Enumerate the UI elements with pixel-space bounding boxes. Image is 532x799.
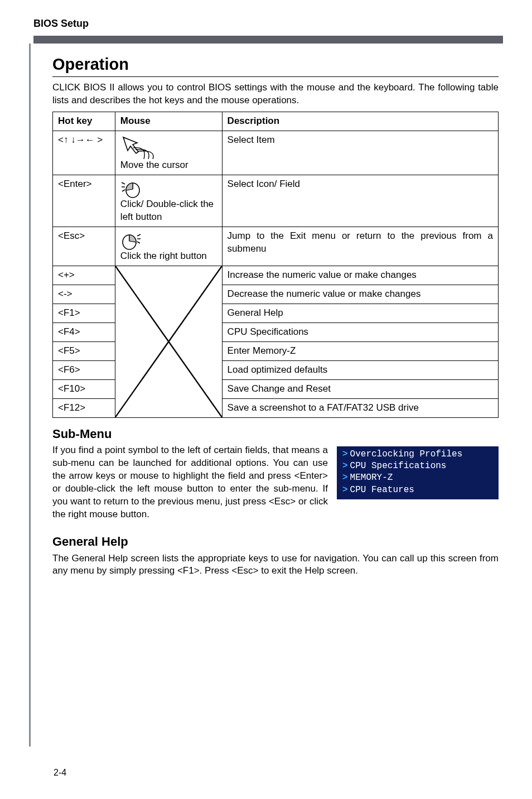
table-row: <↑ ↓→← > Move the cursor Select Item [53,131,499,175]
table-row: <+> Increase the numeric value or make c… [53,266,499,285]
cell-hotkey: <+> [53,266,115,285]
operation-intro: CLICK BIOS II allows you to control BIOS… [52,81,499,107]
submenu-screenshot: >Overclocking Profiles >CPU Specificatio… [337,446,499,499]
cell-hotkey: <F10> [53,379,115,398]
x-cross-icon [115,266,222,417]
th-mouse: Mouse [115,112,222,131]
cell-desc: Select Icon/ Field [222,175,498,227]
cell-hotkey: <Esc> [53,227,115,266]
mouse-right-click-icon [120,230,143,250]
cell-desc: Enter Memory-Z [222,341,498,360]
table-row: <Enter> Click/ Double-click the left but… [53,175,499,227]
cell-desc: CPU Specifications [222,323,498,341]
mouse-label: Move the cursor [120,160,188,170]
cell-desc: Select Item [222,131,498,175]
cell-mouse-empty [115,266,222,418]
cell-hotkey: <F4> [53,323,115,341]
cell-desc: Jump to the Exit menu or return to the p… [222,227,498,266]
submenu-heading: Sub-Menu [52,426,499,442]
cell-hotkey: <-> [53,285,115,304]
cell-hotkey: <F12> [53,398,115,417]
page-number: 2-4 [54,767,66,779]
left-edge-line [29,44,31,747]
submenu-item: >CPU Features [342,484,493,496]
cell-hotkey: <F1> [53,304,115,323]
operation-heading: Operation [52,54,499,77]
arrow-icon: > [342,485,348,495]
submenu-item: >Overclocking Profiles [342,449,493,460]
th-description: Description [222,112,498,131]
general-help-text: The General Help screen lists the approp… [52,552,499,578]
mouse-cursor-icon [120,134,159,159]
cell-mouse: Move the cursor [115,131,222,175]
general-help-heading: General Help [52,533,499,550]
cell-desc: Decrease the numeric value or make chang… [222,285,498,304]
cell-desc: General Help [222,304,498,323]
mouse-left-click-icon [120,178,143,198]
submenu-item: >MEMORY-Z [342,472,493,484]
cell-hotkey: <↑ ↓→← > [53,131,115,175]
table-row: <Esc> Click the right button Jump to the… [53,227,499,266]
mouse-label: Click the right button [120,251,207,261]
arrow-icon: > [342,461,348,471]
cell-desc: Load optimized defaults [222,360,498,379]
mouse-label: Click/ Double-click the left button [120,199,214,222]
submenu-item: >CPU Specifications [342,460,493,472]
page-header: BIOS Setup [33,0,499,36]
cell-mouse: Click the right button [115,227,222,266]
cell-desc: Save a screenshot to a FAT/FAT32 USB dri… [222,398,498,417]
arrow-icon: > [342,473,348,483]
cell-mouse: Click/ Double-click the left button [115,175,222,227]
cell-hotkey: <F6> [53,360,115,379]
cell-hotkey: <Enter> [53,175,115,227]
header-bar [33,36,503,44]
arrow-icon: > [342,449,348,459]
hotkey-table: Hot key Mouse Description <↑ ↓→← > Move … [52,112,499,417]
cell-desc: Save Change and Reset [222,379,498,398]
cell-desc: Increase the numeric value or make chang… [222,266,498,285]
th-hotkey: Hot key [53,112,115,131]
cell-hotkey: <F5> [53,341,115,360]
